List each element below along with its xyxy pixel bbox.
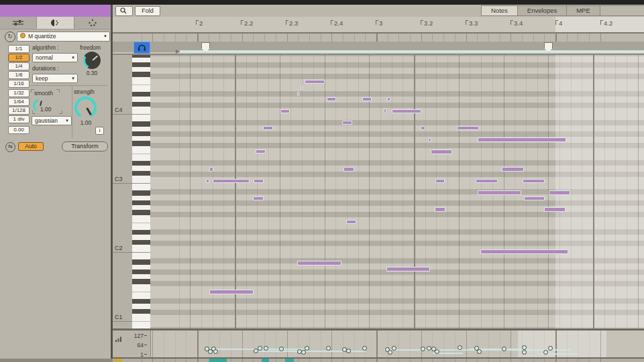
midi-note[interactable] [524, 196, 545, 200]
midi-note[interactable] [384, 109, 386, 113]
velocity-marker[interactable] [346, 349, 351, 353]
grid-size-button-1128[interactable]: 1/128 [8, 107, 30, 115]
black-key[interactable] [132, 102, 150, 107]
midi-note[interactable] [431, 149, 452, 154]
velocity-marker[interactable] [392, 346, 396, 351]
velocity-marker[interactable] [264, 346, 268, 351]
midi-note[interactable] [421, 126, 425, 130]
velocity-marker[interactable] [548, 346, 553, 351]
midi-note[interactable] [457, 126, 479, 130]
midi-note[interactable] [478, 137, 566, 142]
velocity-marker[interactable] [305, 346, 309, 351]
midi-note[interactable] [280, 109, 290, 113]
velocity-marker[interactable] [326, 346, 331, 351]
midi-note[interactable] [297, 92, 299, 96]
tab-pitch-tools[interactable] [0, 17, 37, 29]
black-key[interactable] [132, 279, 150, 284]
grid-size-button-11[interactable]: 1/1 [8, 45, 30, 53]
grid-size-button-000[interactable]: 0.00 [8, 126, 30, 134]
velocity-marker[interactable] [362, 346, 367, 351]
velocity-marker[interactable] [543, 350, 548, 355]
black-key[interactable] [132, 240, 150, 245]
loop-brace[interactable] [180, 50, 644, 53]
midi-note[interactable] [206, 179, 209, 183]
black-key[interactable] [132, 259, 150, 265]
tab-generate-tools[interactable] [74, 17, 111, 29]
black-key[interactable] [132, 190, 150, 196]
midi-note[interactable] [346, 220, 356, 224]
preset-selector[interactable]: M quantize▼ [17, 32, 110, 42]
velocity-marker[interactable] [522, 345, 527, 350]
black-key[interactable] [132, 141, 150, 146]
freedom-knob[interactable] [83, 52, 101, 69]
black-key[interactable] [132, 161, 150, 166]
black-key[interactable] [132, 200, 150, 206]
velocity-marker[interactable] [301, 350, 306, 355]
velocity-marker[interactable] [477, 349, 482, 354]
midi-note[interactable] [253, 196, 264, 200]
midi-note[interactable] [254, 179, 264, 183]
midi-note[interactable] [435, 179, 445, 183]
grid-size-button-14[interactable]: 1/4 [8, 62, 30, 70]
velocity-marker[interactable] [435, 349, 439, 354]
midi-note[interactable] [209, 290, 254, 294]
velocity-marker[interactable] [458, 345, 462, 350]
midi-note[interactable] [480, 249, 568, 254]
grid-size-button-116[interactable]: 1/16 [8, 80, 30, 88]
sync-toggle-icon[interactable]: ⇆ [5, 142, 15, 152]
black-key[interactable] [132, 55, 150, 58]
midi-note[interactable] [478, 190, 521, 195]
black-key[interactable] [132, 131, 150, 137]
velocity-marker[interactable] [502, 347, 506, 351]
midi-note[interactable] [523, 179, 545, 183]
algorithm-select[interactable]: normal▼ [32, 53, 78, 62]
velocity-marker[interactable] [427, 346, 431, 351]
midi-note[interactable] [386, 267, 430, 272]
midi-note[interactable] [549, 190, 570, 195]
grid-size-button-164[interactable]: 1/64 [8, 98, 30, 106]
black-key[interactable] [132, 210, 150, 215]
velocity-marker[interactable] [279, 347, 284, 351]
clip-block[interactable] [262, 359, 269, 362]
midi-note[interactable] [327, 97, 336, 101]
midi-note[interactable] [209, 167, 213, 172]
beat-time-ruler[interactable]: 22.22.32.433.23.33.444.2 [113, 17, 644, 33]
clip-block[interactable] [285, 359, 294, 362]
velocity-marker[interactable] [388, 350, 392, 355]
midi-note[interactable] [476, 179, 498, 183]
midi-note[interactable] [435, 207, 445, 212]
grid-size-button-18[interactable]: 1/8 [8, 71, 30, 79]
velocity-marker[interactable] [258, 346, 262, 351]
clip-block[interactable] [114, 359, 122, 362]
auto-button[interactable]: Auto [18, 142, 44, 151]
midi-note[interactable] [301, 86, 303, 90]
black-key[interactable] [132, 230, 150, 235]
tab-notes[interactable]: Notes [482, 5, 518, 16]
midi-note[interactable] [428, 138, 431, 141]
midi-note[interactable] [362, 97, 372, 101]
velocity-marker[interactable] [421, 347, 425, 351]
midi-note[interactable] [263, 126, 273, 130]
black-key[interactable] [132, 72, 150, 77]
velocity-marker[interactable] [522, 350, 527, 355]
midi-note[interactable] [342, 121, 352, 125]
smooth-mode-select[interactable]: gaussian▼ [32, 116, 72, 125]
midi-note[interactable] [387, 97, 390, 101]
loop-marker-lane[interactable] [113, 42, 644, 52]
refresh-icon[interactable]: ↻ [5, 32, 15, 42]
midi-note[interactable] [343, 167, 354, 172]
info-button[interactable]: i [95, 127, 104, 135]
fold-button[interactable]: Fold [135, 6, 160, 16]
velocity-lane[interactable]: 127 64 1 [113, 330, 644, 357]
search-button[interactable] [115, 6, 133, 16]
clip-overview-strip[interactable] [113, 359, 644, 362]
midi-note[interactable] [305, 80, 325, 84]
tab-transform-tools[interactable] [37, 17, 74, 29]
midi-note[interactable] [297, 261, 341, 265]
durations-select[interactable]: keep▼ [32, 74, 78, 83]
black-key[interactable] [132, 171, 150, 176]
midi-note[interactable] [544, 207, 566, 212]
note-grid[interactable] [150, 55, 644, 328]
tab-mpe[interactable]: MPE [567, 5, 600, 16]
grid-size-button-132[interactable]: 1/32 [8, 89, 30, 97]
